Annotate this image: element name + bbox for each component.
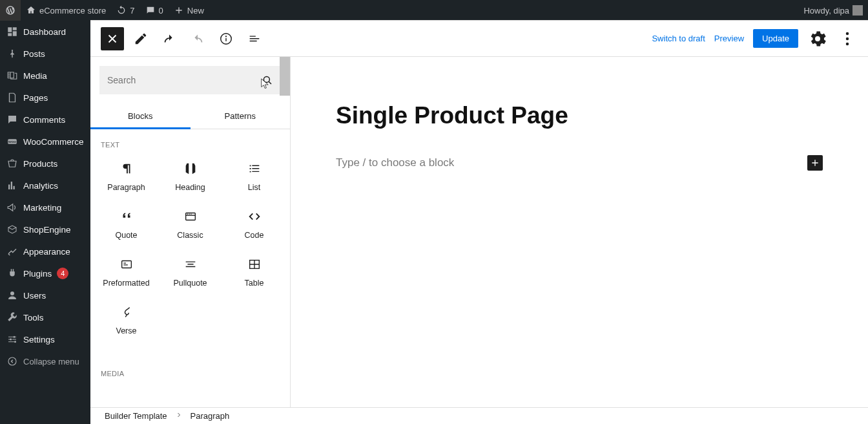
- block-list[interactable]: List: [223, 154, 285, 199]
- block-table[interactable]: Table: [223, 249, 285, 295]
- pullquote-icon: [183, 257, 198, 271]
- svg-point-6: [14, 341, 16, 343]
- block-label: Quote: [115, 231, 137, 240]
- svg-point-14: [264, 76, 269, 82]
- info-button[interactable]: [214, 27, 238, 50]
- tab-patterns[interactable]: Patterns: [191, 103, 291, 129]
- sidebar-item-analytics[interactable]: Analytics: [0, 175, 90, 196]
- sidebar-item-users[interactable]: Users: [0, 284, 90, 306]
- block-label: Table: [245, 279, 264, 288]
- switch-to-draft-button[interactable]: Switch to draft: [652, 34, 705, 43]
- sidebar-item-label: WooCommerce: [23, 137, 84, 147]
- wp-logo[interactable]: [0, 0, 21, 21]
- block-search[interactable]: [99, 66, 281, 94]
- sidebar-item-media[interactable]: Media: [0, 65, 90, 87]
- sidebar-item-label: ShopEngine: [23, 225, 71, 235]
- svg-rect-20: [121, 261, 131, 268]
- sidebar-item-tools[interactable]: Tools: [0, 306, 90, 328]
- block-paragraph[interactable]: Paragraph: [96, 154, 157, 199]
- svg-point-11: [846, 32, 849, 35]
- editor-toolbar: Switch to draft Preview Update: [90, 21, 868, 57]
- edit-tool-button[interactable]: [129, 27, 152, 50]
- block-label: Paragraph: [107, 183, 145, 192]
- update-button[interactable]: Update: [753, 29, 798, 48]
- sidebar-item-plugins[interactable]: Plugins4: [0, 262, 90, 284]
- sidebar-item-comments[interactable]: Comments: [0, 109, 90, 131]
- site-home[interactable]: eCommerce store: [21, 0, 111, 21]
- sidebar-item-collapse-menu[interactable]: Collapse menu: [0, 350, 90, 372]
- block-placeholder[interactable]: Type / to choose a block: [336, 156, 454, 169]
- sidebar-item-label: Collapse menu: [23, 357, 79, 366]
- sidebar-item-shopengine[interactable]: ShopEngine: [0, 218, 90, 240]
- users-icon: [6, 290, 18, 301]
- pages-icon: [6, 92, 18, 103]
- sidebar-item-posts[interactable]: Posts: [0, 43, 90, 65]
- block-search-input[interactable]: [107, 75, 262, 85]
- section-label-text: TEXT: [90, 129, 290, 154]
- breadcrumb-leaf[interactable]: Paragraph: [191, 411, 230, 421]
- site-name: eCommerce store: [39, 6, 106, 16]
- options-button[interactable]: [837, 28, 858, 49]
- block-label: Code: [245, 231, 264, 240]
- sidebar-item-label: Marketing: [23, 203, 61, 213]
- plus-icon: [174, 5, 184, 16]
- sidebar-item-label: Users: [23, 291, 46, 301]
- block-label: Verse: [116, 326, 137, 335]
- svg-line-15: [269, 81, 271, 84]
- block-heading[interactable]: Heading: [160, 154, 221, 199]
- svg-point-5: [10, 339, 12, 341]
- sidebar-item-dashboard[interactable]: Dashboard: [0, 21, 90, 43]
- block-preformatted[interactable]: Preformatted: [96, 249, 157, 295]
- comments-icon: [6, 114, 18, 125]
- plugins-icon: [6, 268, 18, 279]
- close-inserter-button[interactable]: [101, 27, 124, 50]
- sidebar-item-marketing[interactable]: Marketing: [0, 196, 90, 218]
- block-verse[interactable]: Verse: [96, 297, 157, 343]
- new-content[interactable]: New: [169, 0, 209, 21]
- admin-sidebar: DashboardPostsMediaPagesCommentswooWooCo…: [0, 21, 90, 424]
- chevron-right-icon: [175, 411, 183, 421]
- block-classic[interactable]: Classic: [160, 202, 221, 247]
- block-code[interactable]: Code: [223, 202, 285, 247]
- preview-button[interactable]: Preview: [714, 34, 744, 43]
- list-view-button[interactable]: [243, 27, 266, 50]
- svg-point-19: [191, 214, 191, 215]
- gear-icon: [807, 28, 828, 49]
- code-icon: [247, 209, 262, 224]
- page-title[interactable]: Single Product Page: [336, 102, 823, 129]
- updates[interactable]: 7: [111, 0, 140, 21]
- svg-point-3: [10, 292, 14, 295]
- inserter-scrollbar-thumb[interactable]: [280, 57, 290, 96]
- user-greeting[interactable]: Howdy, dipa: [798, 0, 868, 21]
- sidebar-item-label: Settings: [23, 335, 55, 344]
- breadcrumb-root[interactable]: Builder Template: [105, 411, 167, 421]
- sidebar-item-settings[interactable]: Settings: [0, 328, 90, 350]
- svg-point-17: [187, 214, 187, 215]
- section-label-media: MEDIA: [90, 358, 290, 383]
- info-icon: [219, 32, 233, 46]
- sidebar-item-label: Analytics: [23, 181, 58, 191]
- block-pullquote[interactable]: Pullquote: [160, 249, 221, 295]
- svg-point-7: [8, 357, 16, 365]
- sidebar-item-products[interactable]: Products: [0, 153, 90, 175]
- svg-text:woo: woo: [8, 140, 16, 143]
- sidebar-item-woocommerce[interactable]: wooWooCommerce: [0, 131, 90, 153]
- table-icon: [247, 257, 262, 271]
- editor-canvas[interactable]: Single Product Page Type / to choose a b…: [291, 57, 868, 407]
- settings-button[interactable]: [807, 28, 828, 49]
- sidebar-item-label: Plugins: [23, 269, 52, 279]
- sidebar-item-pages[interactable]: Pages: [0, 87, 90, 109]
- block-quote[interactable]: Quote: [96, 202, 157, 247]
- verse-icon: [119, 305, 134, 319]
- add-block-button[interactable]: [807, 155, 823, 171]
- comments[interactable]: 0: [140, 0, 169, 21]
- heading-icon: [183, 162, 198, 176]
- redo-button[interactable]: [186, 27, 209, 50]
- sidebar-item-appearance[interactable]: Appearance: [0, 240, 90, 262]
- block-label: Classic: [177, 231, 203, 240]
- pencil-icon: [134, 32, 148, 46]
- shopengine-icon: [6, 224, 18, 235]
- undo-button[interactable]: [158, 27, 181, 50]
- sidebar-item-label: Dashboard: [23, 27, 66, 37]
- tab-blocks[interactable]: Blocks: [90, 103, 191, 129]
